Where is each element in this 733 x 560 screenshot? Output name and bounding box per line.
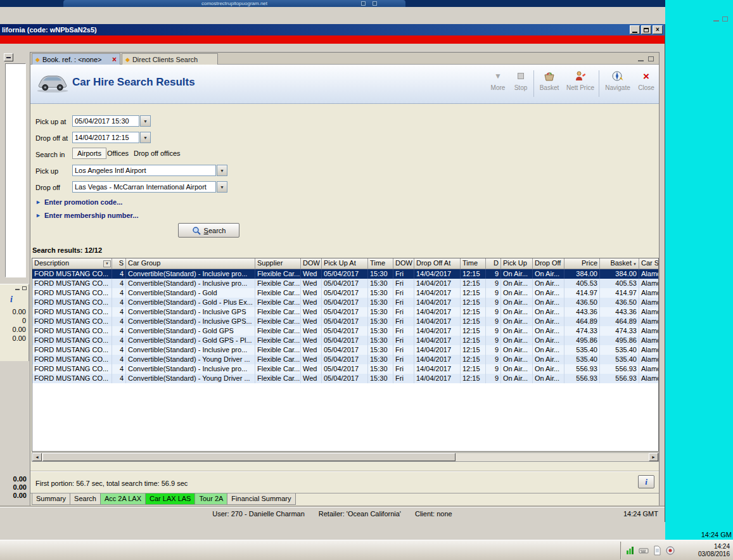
tab-direct-clients-search[interactable]: ◆ Direct Clients Search [122,53,218,65]
table-cell: Flexible Car... [255,317,301,326]
basket-button[interactable]: Basket [535,67,563,91]
document-tray-icon[interactable] [651,545,662,556]
table-row[interactable]: FORD MUSTANG CO...4Convertible(Standard)… [32,288,658,298]
membership-number-expander[interactable]: ► Enter membership number... [35,212,138,219]
close-search-button[interactable]: × Close [635,67,658,91]
restore-icon[interactable] [22,286,27,290]
bottom-tab-search[interactable]: Search [70,493,101,505]
table-row[interactable]: FORD MUSTANG CO...4Convertible(Standard)… [32,345,658,355]
table-row[interactable]: FORD MUSTANG CO...4Convertible(Standard)… [32,326,658,336]
bottom-tab-acc-2a-lax[interactable]: Acc 2A LAX [100,493,146,505]
table-row[interactable]: FORD MUSTANG CO...4Convertible(Standard)… [32,307,658,317]
column-header[interactable]: Pick Up At [322,258,368,269]
scroll-right-button[interactable]: ► [649,453,658,461]
browser-icon[interactable] [361,1,366,6]
column-header[interactable]: S [112,258,126,269]
drop-off-field[interactable]: Las Vegas - McCarran International Airpo… [72,181,216,193]
scroll-left-button[interactable]: ◄ [32,453,42,461]
column-header[interactable]: Time [368,258,393,269]
column-header[interactable]: Supplier [255,258,301,269]
table-cell: 14/04/2017 [414,269,461,279]
minimize-icon[interactable] [713,20,719,22]
table-cell: On Air... [501,307,533,317]
info-icon[interactable]: i [10,295,13,305]
column-header[interactable]: Price [564,258,600,269]
pick-up-dropdown-button[interactable]: ▼ [217,165,227,176]
horizontal-scrollbar[interactable]: ◄ ► [32,452,659,462]
taskbar[interactable]: 14:24 03/08/2016 [0,540,733,560]
more-button[interactable]: ▼ More [487,67,509,91]
minimize-icon[interactable] [15,289,20,290]
column-header[interactable]: Drop Off At [414,258,461,269]
browser-icon[interactable] [373,1,377,6]
keyboard-tray-icon[interactable] [638,545,649,556]
table-cell: 12:15 [461,288,486,298]
stop-button[interactable]: Stop [509,67,532,91]
navigate-button[interactable]: Navigate [601,67,635,91]
column-header[interactable]: D [486,258,501,269]
drop-off-dropdown-button[interactable]: ▼ [217,181,227,193]
filter-icon[interactable]: ▼ [103,260,111,267]
column-header[interactable]: Basket▼ [600,258,639,269]
chart-tray-icon[interactable] [625,545,635,556]
minimize-button[interactable] [630,25,640,34]
table-cell: Alamo [639,298,659,307]
table-row[interactable]: FORD MUSTANG CO...4Convertible(Standard)… [32,355,658,364]
column-header[interactable]: DOW [393,258,414,269]
table-cell: Convertible(Standard) - Young Driver ... [126,374,255,383]
search-button[interactable]: Search [178,223,239,238]
close-button[interactable]: × [653,25,663,34]
column-header[interactable]: Car S [639,258,659,269]
table-cell: 14/04/2017 [414,317,461,326]
scrollbar-thumb[interactable] [42,453,456,461]
promotion-code-expander[interactable]: ► Enter promotion code... [35,198,122,206]
side-list-panel[interactable] [5,63,26,277]
drop-off-at-field[interactable]: 14/04/2017 12:15 [72,132,139,143]
minimize-icon[interactable] [638,60,644,61]
status-tray-icon[interactable] [665,545,675,556]
table-row[interactable]: FORD MUSTANG CO...4Convertible(Standard)… [32,279,658,288]
table-row[interactable]: FORD MUSTANG CO...4Convertible(Standard)… [32,336,658,345]
more-icon: ▼ [494,72,502,80]
pick-up-field[interactable]: Los Angeles Intl Airport [72,165,216,176]
column-header[interactable]: Pick Up [501,258,533,269]
restore-icon[interactable] [722,16,728,22]
search-in-offices-tab[interactable]: Offices [107,150,129,157]
table-row[interactable]: FORD MUSTANG CO...4Convertible(Standard)… [32,364,658,374]
column-header[interactable]: Description▼ [32,258,112,269]
table-cell: 9 [486,317,501,326]
table-row[interactable]: FORD MUSTANG CO...4Convertible(Standard)… [32,269,658,279]
taskbar-clock: 14:24 03/08/2016 [698,543,730,558]
side-collapse-button[interactable] [4,53,13,61]
search-in-drop-off-offices-tab[interactable]: Drop off offices [134,150,181,157]
bottom-tab-summary[interactable]: Summary [32,493,70,505]
table-cell: 4 [112,374,126,383]
table-cell: Convertible(Standard) - Gold GPS [126,326,255,336]
table-row[interactable]: FORD MUSTANG CO...4Convertible(Standard)… [32,374,658,383]
tab-booking-ref[interactable]: ◆ Book. ref. : <none> × [32,53,120,65]
table-row[interactable]: FORD MUSTANG CO...4Convertible(Standard)… [32,317,658,326]
bottom-tab-car-lax-las[interactable]: Car LAX LAS [145,493,195,505]
table-cell: 4 [112,279,126,288]
restore-icon[interactable] [648,56,654,61]
column-header[interactable]: Time [461,258,486,269]
column-header[interactable]: DOW [301,258,322,269]
search-in-airports-tab[interactable]: Airports [72,148,106,159]
nett-price-button[interactable]: Nett Price [563,67,597,91]
restore-button[interactable] [641,25,651,34]
column-header[interactable]: Car Group [126,258,255,269]
bottom-tab-tour-2a[interactable]: Tour 2A [194,493,227,505]
window-titlebar[interactable]: lifornia (code: wNPbSaN2s5) × [0,24,665,35]
table-cell: Flexible Car... [255,336,301,345]
table-row[interactable]: FORD MUSTANG CO...4Convertible(Standard)… [32,298,658,307]
bottom-tab-financial-summary[interactable]: Financial Summary [227,493,295,505]
navigate-icon [611,70,624,82]
tab-close-icon[interactable]: × [112,55,117,64]
drop-off-at-dropdown-button[interactable]: ▼ [140,132,151,143]
info-button[interactable]: i [638,475,654,488]
column-header[interactable]: Drop Off [533,258,564,269]
browser-tab[interactable]: comostrectrupitopuogram.net [63,0,405,7]
pick-up-at-field[interactable]: 05/04/2017 15:30 [72,115,139,127]
pick-up-at-dropdown-button[interactable]: ▼ [140,115,151,127]
table-cell: Fri [393,374,414,383]
